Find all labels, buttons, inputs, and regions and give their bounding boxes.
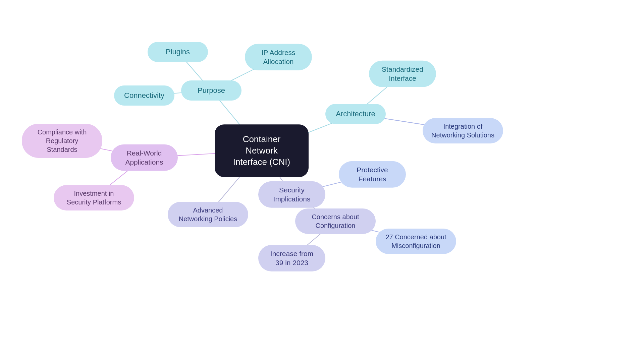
node-investment[interactable]: Investment in Security Platforms bbox=[54, 185, 134, 210]
node-compliance[interactable]: Compliance with Regulatory Standards bbox=[22, 124, 102, 158]
node-real-world[interactable]: Real-World Applications bbox=[111, 144, 178, 171]
node-standardized[interactable]: Standardized Interface bbox=[369, 61, 436, 87]
node-misconfiguration[interactable]: 27 Concerned about Misconfiguration bbox=[376, 229, 456, 254]
node-advanced-net[interactable]: Advanced Networking Policies bbox=[168, 202, 248, 227]
node-ip-address[interactable]: IP Address Allocation bbox=[245, 44, 312, 70]
node-concerns-config[interactable]: Concerns about Configuration bbox=[295, 208, 376, 234]
connections-svg bbox=[0, 0, 644, 363]
node-plugins[interactable]: Plugins bbox=[148, 42, 208, 62]
node-security-imp[interactable]: Security Implications bbox=[258, 181, 325, 208]
node-protective[interactable]: Protective Features bbox=[339, 161, 406, 188]
node-cni[interactable]: Container Network Interface (CNI) bbox=[215, 124, 309, 177]
mindmap-container: Container Network Interface (CNI)Purpose… bbox=[0, 0, 644, 363]
node-architecture[interactable]: Architecture bbox=[325, 104, 386, 124]
node-increase-2023[interactable]: Increase from 39 in 2023 bbox=[258, 245, 325, 271]
node-connectivity[interactable]: Connectivity bbox=[114, 85, 174, 106]
node-purpose[interactable]: Purpose bbox=[181, 80, 241, 101]
node-integration[interactable]: Integration of Networking Solutions bbox=[423, 118, 503, 143]
